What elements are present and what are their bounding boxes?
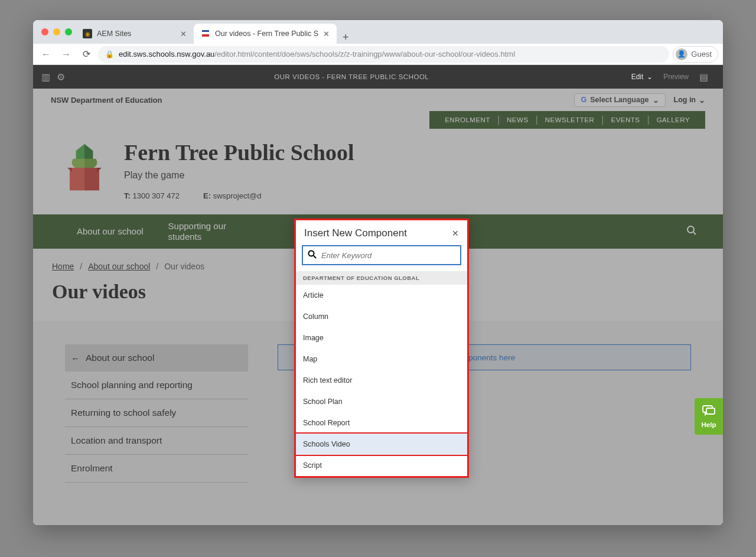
modal-search-field[interactable] xyxy=(302,245,461,265)
util-nav-item[interactable]: GALLERY xyxy=(650,116,697,123)
svg-rect-1 xyxy=(202,32,209,34)
chat-icon xyxy=(702,405,716,419)
window-minimize-button[interactable] xyxy=(53,28,60,35)
tab-title: AEM Sites xyxy=(97,30,175,38)
close-icon[interactable]: ✕ xyxy=(180,30,187,38)
favicon-icon xyxy=(201,29,210,38)
close-icon[interactable]: ✕ xyxy=(452,229,459,238)
modal-group-header: DEPARTMENT OF EDUCATION GLOBAL xyxy=(296,271,467,285)
page-viewport: NSW Department of Education G Select Lan… xyxy=(33,89,723,525)
language-selector[interactable]: G Select Language ⌄ xyxy=(574,93,665,107)
side-nav-parent[interactable]: ← About our school xyxy=(65,344,248,372)
side-nav-item[interactable]: Location and transport xyxy=(65,427,248,455)
breadcrumb-home[interactable]: Home xyxy=(52,262,74,271)
tagline: Play the game xyxy=(124,170,354,181)
browser-tab-current[interactable]: Our videos - Fern Tree Public S ✕ xyxy=(194,24,337,44)
new-tab-button[interactable]: + xyxy=(337,31,355,44)
component-option[interactable]: Article xyxy=(296,285,467,306)
annotate-icon[interactable]: ▤ xyxy=(699,71,715,83)
svg-point-11 xyxy=(309,251,314,256)
svg-marker-5 xyxy=(67,168,72,172)
main-nav-supporting[interactable]: Supporting our students xyxy=(168,221,245,242)
school-name: Fern Tree Public School xyxy=(124,139,354,165)
window-close-button[interactable] xyxy=(41,28,48,35)
url-field[interactable]: 🔒 edit.sws.schools.nsw.gov.au/editor.htm… xyxy=(98,46,669,63)
login-link[interactable]: Log in ⌄ xyxy=(674,96,706,105)
component-option[interactable]: Rich text editor xyxy=(296,370,467,391)
dept-label: NSW Department of Education xyxy=(51,96,162,105)
window-controls xyxy=(41,28,72,35)
close-icon[interactable]: ✕ xyxy=(323,30,330,38)
edit-mode-dropdown[interactable]: Edit ⌄ xyxy=(631,73,653,81)
school-logo xyxy=(61,139,107,196)
url-text: edit.sws.schools.nsw.gov.au/editor.html/… xyxy=(119,50,515,58)
reload-button[interactable]: ⟳ xyxy=(78,48,94,60)
modal-title: Insert New Component xyxy=(304,227,407,239)
contact-row: T: 1300 307 472 E: swsproject@d xyxy=(124,191,354,200)
component-option[interactable]: School Plan xyxy=(296,391,467,412)
profile-chip[interactable]: 👤 Guest xyxy=(673,46,718,63)
util-nav-item[interactable]: EVENTS xyxy=(604,116,647,123)
side-nav-item[interactable]: Returning to school safely xyxy=(65,399,248,427)
util-nav-item[interactable]: NEWSLETTER xyxy=(538,116,602,123)
arrow-left-icon: ← xyxy=(71,353,80,363)
profile-label: Guest xyxy=(691,50,712,58)
back-button[interactable]: ← xyxy=(38,49,54,60)
modal-search-input[interactable] xyxy=(321,251,455,260)
lock-icon: 🔒 xyxy=(105,50,114,58)
breadcrumb-current: Our videos xyxy=(164,262,204,271)
aem-editor-bar: ▥ ⚙ OUR VIDEOS - FERN TREE PUBLIC SCHOOL… xyxy=(33,65,723,89)
svg-rect-2 xyxy=(202,30,209,32)
svg-line-12 xyxy=(314,256,316,258)
preview-button[interactable]: Preview xyxy=(663,73,689,81)
component-option[interactable]: Script xyxy=(296,455,467,476)
top-strip: NSW Department of Education G Select Lan… xyxy=(33,89,723,111)
svg-rect-0 xyxy=(202,34,209,37)
tab-title: Our videos - Fern Tree Public S xyxy=(215,30,318,38)
chevron-down-icon: ⌄ xyxy=(647,73,653,81)
component-option[interactable]: Image xyxy=(296,327,467,348)
svg-rect-10 xyxy=(706,408,715,414)
page-settings-icon[interactable]: ⚙ xyxy=(57,71,72,83)
svg-point-7 xyxy=(687,226,694,233)
svg-line-8 xyxy=(693,232,696,234)
forward-button[interactable]: → xyxy=(58,49,74,60)
google-icon: G xyxy=(581,96,586,104)
utility-nav: ENROLMENT|NEWS|NEWSLETTER|EVENTS|GALLERY xyxy=(33,111,723,129)
browser-window: ◉ AEM Sites ✕ Our videos - Fern Tree Pub… xyxy=(33,20,723,525)
util-nav-item[interactable]: NEWS xyxy=(500,116,536,123)
component-option[interactable]: Column xyxy=(296,306,467,327)
side-nav-item[interactable]: School planning and reporting xyxy=(65,372,248,399)
breadcrumb-sep: / xyxy=(80,262,82,271)
url-bar: ← → ⟳ 🔒 edit.sws.schools.nsw.gov.au/edit… xyxy=(33,44,723,65)
util-nav-item[interactable]: ENROLMENT xyxy=(438,116,497,123)
insert-component-modal: Insert New Component ✕ DEPARTMENT OF EDU… xyxy=(294,219,469,478)
tab-bar: ◉ AEM Sites ✕ Our videos - Fern Tree Pub… xyxy=(33,20,723,44)
chevron-down-icon: ⌄ xyxy=(653,96,659,105)
component-option[interactable]: Schools Video xyxy=(296,432,467,456)
aem-page-title: OUR VIDEOS - FERN TREE PUBLIC SCHOOL xyxy=(72,73,631,80)
breadcrumb-about[interactable]: About our school xyxy=(88,262,150,271)
side-nav: ← About our school School planning and r… xyxy=(65,344,248,492)
side-nav-item[interactable]: Enrolment xyxy=(65,455,248,483)
breadcrumb-sep: / xyxy=(156,262,158,271)
chevron-down-icon: ⌄ xyxy=(699,96,705,105)
main-nav-about[interactable]: About our school xyxy=(77,226,144,237)
hero-section: Fern Tree Public School Play the game T:… xyxy=(33,129,723,214)
component-option[interactable]: School Report xyxy=(296,412,467,434)
search-icon[interactable] xyxy=(686,225,697,238)
component-option[interactable]: Map xyxy=(296,348,467,370)
avatar-icon: 👤 xyxy=(676,48,687,60)
rail-toggle-icon[interactable]: ▥ xyxy=(41,71,57,83)
browser-tab-aem-sites[interactable]: ◉ AEM Sites ✕ xyxy=(76,24,194,44)
favicon-icon: ◉ xyxy=(83,29,92,38)
search-icon xyxy=(308,250,317,260)
window-maximize-button[interactable] xyxy=(65,28,72,35)
help-tab[interactable]: Help xyxy=(695,398,723,435)
